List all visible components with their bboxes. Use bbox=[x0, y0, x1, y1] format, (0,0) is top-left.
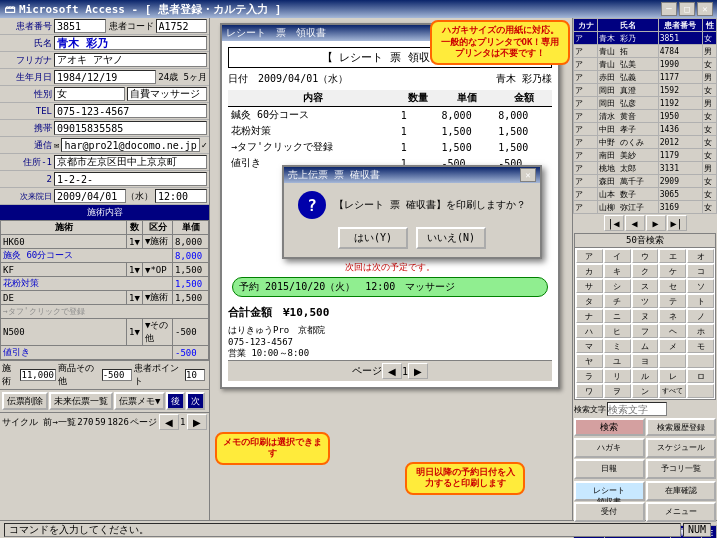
kana-btn-ア[interactable]: ア bbox=[576, 249, 603, 263]
kana-btn-ケ[interactable]: ケ bbox=[659, 264, 686, 278]
list-next-btn[interactable]: ▶ bbox=[646, 215, 666, 231]
close-btn[interactable]: ✕ bbox=[697, 2, 713, 16]
kana-btn-チ[interactable]: チ bbox=[604, 294, 631, 308]
kana-btn-ロ[interactable]: ロ bbox=[687, 369, 714, 383]
search-history-btn[interactable]: 検索履歴登録 bbox=[646, 418, 717, 436]
kana-btn-フ[interactable]: フ bbox=[632, 324, 659, 338]
schedule-btn[interactable]: スケジュール bbox=[646, 438, 717, 458]
email-input[interactable] bbox=[61, 138, 199, 152]
kana-btn-ヨ[interactable]: ヨ bbox=[632, 354, 659, 368]
next-page-btn[interactable]: ▶ bbox=[187, 414, 207, 430]
gender-input[interactable] bbox=[54, 87, 125, 101]
kana-btn-ク[interactable]: ク bbox=[632, 264, 659, 278]
tel-input[interactable] bbox=[54, 104, 207, 118]
kana-btn-ム[interactable]: ム bbox=[632, 339, 659, 353]
hagaki-btn[interactable]: ハガキ bbox=[574, 438, 645, 458]
kana-btn-タ[interactable]: タ bbox=[576, 294, 603, 308]
kana-btn-カ[interactable]: カ bbox=[576, 264, 603, 278]
kana-btn-ヌ[interactable]: ヌ bbox=[632, 309, 659, 323]
kana-btn-ナ[interactable]: ナ bbox=[576, 309, 603, 323]
address2-input[interactable] bbox=[54, 172, 207, 186]
prev-page-btn[interactable]: ◀ bbox=[159, 414, 179, 430]
kana-btn-ノ[interactable]: ノ bbox=[687, 309, 714, 323]
kana-btn-セ[interactable]: セ bbox=[659, 279, 686, 293]
kana-btn-ヤ[interactable]: ヤ bbox=[576, 354, 603, 368]
kana-btn-all[interactable]: すべて bbox=[659, 384, 686, 398]
total-other-input[interactable] bbox=[102, 369, 132, 381]
kana-btn-ヲ[interactable]: ヲ bbox=[604, 384, 631, 398]
list-item[interactable]: ア山柳 弥江子3169女 bbox=[574, 201, 717, 214]
list-item[interactable]: ア南田 美紗1179女 bbox=[574, 149, 717, 162]
receipt-next-page[interactable]: ▶ bbox=[408, 363, 428, 379]
dob-input[interactable] bbox=[54, 70, 156, 84]
delete-btn[interactable]: 伝票削除 bbox=[2, 392, 48, 410]
list-last-btn[interactable]: ▶| bbox=[667, 215, 687, 231]
furigana-input[interactable] bbox=[54, 53, 207, 67]
yocori-btn[interactable]: 予コリ一覧 bbox=[646, 459, 717, 479]
kana-btn-ミ[interactable]: ミ bbox=[604, 339, 631, 353]
minimize-btn[interactable]: ─ bbox=[661, 2, 677, 16]
kana-btn-キ[interactable]: キ bbox=[604, 264, 631, 278]
total-points-input[interactable] bbox=[185, 369, 205, 381]
job-input[interactable] bbox=[127, 87, 207, 101]
inventory-btn[interactable]: 在庫確認 bbox=[646, 481, 717, 501]
kana-btn-コ[interactable]: コ bbox=[687, 264, 714, 278]
list-item[interactable]: ア桃地 太郎3131男 bbox=[574, 162, 717, 175]
kana-btn-ホ[interactable]: ホ bbox=[687, 324, 714, 338]
reception-btn[interactable]: 受付 bbox=[574, 502, 645, 522]
kana-btn-オ[interactable]: オ bbox=[687, 249, 714, 263]
list-item[interactable]: ア山本 数子3065女 bbox=[574, 188, 717, 201]
list-item[interactable]: ア青山 拓4784男 bbox=[574, 45, 717, 58]
name-input[interactable] bbox=[54, 36, 207, 50]
list-prev-btn[interactable]: ◀ bbox=[625, 215, 645, 231]
kana-btn-ウ[interactable]: ウ bbox=[632, 249, 659, 263]
kana-btn-ハ[interactable]: ハ bbox=[576, 324, 603, 338]
confirm-btn[interactable]: 後 bbox=[166, 392, 185, 410]
kana-btn-ス[interactable]: ス bbox=[632, 279, 659, 293]
list-item[interactable]: ア岡田 真澄1592女 bbox=[574, 84, 717, 97]
dialog-close-btn[interactable]: ✕ bbox=[520, 168, 536, 182]
patient-no-input[interactable] bbox=[54, 19, 106, 33]
daily-report-btn[interactable]: 日報 bbox=[574, 459, 645, 479]
kana-btn-リ[interactable]: リ bbox=[604, 369, 631, 383]
kana-btn-シ[interactable]: シ bbox=[604, 279, 631, 293]
kana-btn-ン[interactable]: ン bbox=[632, 384, 659, 398]
kana-btn-ユ[interactable]: ユ bbox=[604, 354, 631, 368]
address1-input[interactable] bbox=[54, 155, 207, 169]
dialog-yes-btn[interactable]: はい(Y) bbox=[338, 227, 408, 249]
kana-btn-エ[interactable]: エ bbox=[659, 249, 686, 263]
fax-btn[interactable]: 伝票メモ▼ bbox=[114, 392, 165, 410]
list-item[interactable]: ア 青木 彩乃 3851 女 bbox=[574, 32, 717, 45]
kana-btn-ヘ[interactable]: ヘ bbox=[659, 324, 686, 338]
list-item[interactable]: ア青山 弘美1990女 bbox=[574, 58, 717, 71]
menu-btn[interactable]: メニュー bbox=[646, 502, 717, 522]
list-item[interactable]: ア赤田 弘義1177男 bbox=[574, 71, 717, 84]
kana-btn-サ[interactable]: サ bbox=[576, 279, 603, 293]
save-btn[interactable]: 次 bbox=[186, 392, 205, 410]
kana-btn-ヒ[interactable]: ヒ bbox=[604, 324, 631, 338]
total-treatment-input[interactable] bbox=[20, 369, 56, 381]
list-item[interactable]: ア森田 萬千子2909女 bbox=[574, 175, 717, 188]
list-btn[interactable]: 未来伝票一覧 bbox=[49, 392, 113, 410]
receipt-btn[interactable]: レシート領収書 bbox=[574, 481, 645, 501]
list-item[interactable]: ア中野 のくみ2012女 bbox=[574, 136, 717, 149]
kana-btn-メ[interactable]: メ bbox=[659, 339, 686, 353]
search-btn[interactable]: 検索 bbox=[574, 418, 645, 436]
next-visit-time[interactable] bbox=[155, 189, 207, 203]
kana-btn-イ[interactable]: イ bbox=[604, 249, 631, 263]
list-item[interactable]: ア清水 黄音1950女 bbox=[574, 110, 717, 123]
kana-btn-ワ[interactable]: ワ bbox=[576, 384, 603, 398]
maximize-btn[interactable]: □ bbox=[679, 2, 695, 16]
kana-btn-ル[interactable]: ル bbox=[632, 369, 659, 383]
dialog-no-btn[interactable]: いいえ(N) bbox=[416, 227, 486, 249]
receipt-prev-page[interactable]: ◀ bbox=[382, 363, 402, 379]
kana-btn-ソ[interactable]: ソ bbox=[687, 279, 714, 293]
kana-btn-レ[interactable]: レ bbox=[659, 369, 686, 383]
kana-btn-ラ[interactable]: ラ bbox=[576, 369, 603, 383]
kana-btn-モ[interactable]: モ bbox=[687, 339, 714, 353]
kana-btn-テ[interactable]: テ bbox=[659, 294, 686, 308]
list-item[interactable]: ア中田 孝子1436女 bbox=[574, 123, 717, 136]
list-first-btn[interactable]: |◀ bbox=[604, 215, 624, 231]
kana-btn-ツ[interactable]: ツ bbox=[632, 294, 659, 308]
mobile-input[interactable] bbox=[54, 121, 207, 135]
